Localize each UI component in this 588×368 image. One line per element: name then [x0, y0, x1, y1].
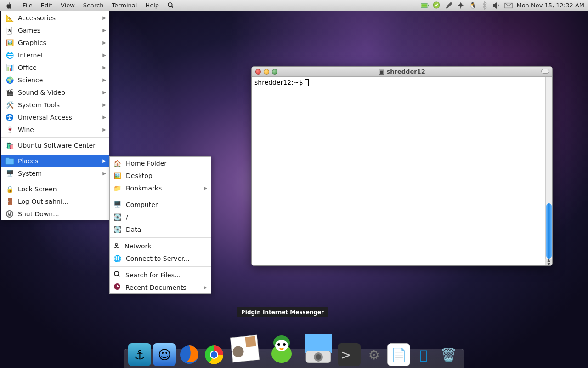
mail-icon[interactable] [504, 1, 513, 10]
pen-icon[interactable] [445, 1, 453, 10]
menu-lock-screen[interactable]: 🔒Lock Screen [1, 183, 109, 195]
dock-settings[interactable]: ⚙ [362, 343, 385, 366]
battery-icon[interactable] [421, 1, 429, 10]
recent-icon [113, 283, 121, 292]
menu-item-label: System [18, 170, 42, 177]
menu-item-label: Network [124, 242, 151, 250]
menu-item-label: Computer [126, 201, 158, 208]
dock-feather[interactable]: 𓆃 [412, 343, 435, 366]
dock-tooltip: Pidgin Internet Messenger [237, 307, 328, 317]
dock-chrome[interactable] [203, 343, 226, 366]
window-titlebar[interactable]: ▣shredder12 [252, 67, 552, 77]
places-data[interactable]: 💽Data [110, 223, 211, 236]
spotlight-icon[interactable] [163, 0, 178, 11]
home-icon: 🏠 [113, 160, 121, 167]
dock-mail[interactable] [226, 329, 264, 368]
terminal-body[interactable]: shredder12:~$ [252, 77, 545, 265]
svg-rect-20 [245, 336, 256, 347]
menu-office[interactable]: 📊Office▶ [1, 61, 109, 74]
menu-item-label: Bookmarks [126, 184, 162, 192]
scroll-thumb[interactable] [546, 203, 552, 259]
dock-pidgin[interactable] [264, 331, 299, 366]
menu-file[interactable]: File [18, 0, 37, 11]
internet-icon: 🌐 [5, 51, 14, 60]
system-tray: 🐧 Mon Nov 15, 12:32 AM [421, 1, 588, 10]
menu-internet[interactable]: 🌐Internet▶ [1, 49, 109, 61]
places-network[interactable]: 🖧Network [110, 240, 211, 252]
menu-graphics[interactable]: 🖼️Graphics▶ [1, 36, 109, 49]
menu-item-label: Internet [18, 52, 44, 59]
menu-item-label: Log Out sahni... [18, 198, 68, 205]
bluetooth-icon[interactable] [481, 1, 489, 10]
menu-places[interactable]: Places▶ [1, 155, 109, 167]
places-bookmarks[interactable]: 📁Bookmarks▶ [110, 182, 211, 194]
menu-help[interactable]: Help [141, 0, 163, 11]
menu-shutdown[interactable]: Shut Down... [1, 207, 109, 220]
terminal-prompt: shredder12:~$ [254, 79, 305, 86]
menu-item-label: Home Folder [126, 160, 167, 167]
search-icon [113, 270, 121, 279]
menu-item-label: Sound & Video [18, 89, 65, 96]
office-icon: 📊 [5, 63, 14, 72]
menu-sound-video[interactable]: 🎬Sound & Video▶ [1, 86, 109, 98]
places-desktop[interactable]: 🖼️Desktop [110, 169, 211, 182]
window-grip[interactable] [541, 69, 549, 74]
menu-view[interactable]: View [57, 0, 79, 11]
scroll-buttons[interactable]: ▲▼ [545, 259, 552, 265]
volume-icon[interactable] [492, 1, 501, 10]
menu-item-label: Office [18, 64, 37, 71]
menu-system[interactable]: 🖥️System▶ [1, 167, 109, 179]
top-menubar: File Edit View Search Terminal Help 🐧 Mo… [0, 0, 588, 11]
dock-anchor[interactable]: ⚓ [128, 343, 151, 366]
vertical-scrollbar[interactable] [545, 77, 552, 259]
menu-terminal[interactable]: Terminal [107, 0, 141, 11]
menu-science[interactable]: 🌍Science▶ [1, 74, 109, 86]
menu-system-tools[interactable]: 🛠️System Tools▶ [1, 98, 109, 111]
dock-firefox[interactable] [178, 343, 201, 366]
menu-item-label: Universal Access [18, 114, 72, 121]
menu-item-label: Science [18, 76, 43, 84]
svg-rect-27 [305, 334, 332, 353]
terminal-window[interactable]: ▣shredder12 shredder12:~$ ▲▼ [251, 66, 553, 266]
menu-item-label: Data [126, 226, 141, 233]
dock-trash[interactable]: 🗑️ [437, 343, 460, 366]
menu-games[interactable]: 🃏Games▶ [1, 24, 109, 36]
places-search[interactable]: Search for Files... [110, 269, 211, 281]
dock-terminal[interactable]: >_ [338, 343, 361, 366]
menu-software-center[interactable]: 🛍️Ubuntu Software Center [1, 139, 109, 151]
places-home[interactable]: 🏠Home Folder [110, 157, 211, 169]
places-root[interactable]: 💽/ [110, 211, 211, 223]
menu-wine[interactable]: 🍷Wine▶ [1, 123, 109, 136]
menu-item-label: Games [18, 27, 40, 34]
menu-edit[interactable]: Edit [37, 0, 57, 11]
dock: ⚓ ☺ >_ ⚙ 📄 𓆃 🗑️ [124, 331, 464, 368]
pin-icon[interactable] [457, 1, 465, 10]
svg-point-30 [316, 354, 321, 360]
clock-text[interactable]: Mon Nov 15, 12:32 AM [516, 2, 584, 9]
software-center-icon: 🛍️ [5, 141, 14, 150]
svg-rect-4 [428, 4, 429, 6]
chevron-right-icon: ▶ [102, 115, 106, 120]
places-recent[interactable]: Recent Documents▶ [110, 281, 211, 293]
menu-accessories[interactable]: 📐Accessories▶ [1, 12, 109, 24]
bookmarks-icon: 📁 [113, 184, 121, 192]
soundvideo-icon: 🎬 [5, 88, 14, 97]
apple-menu-icon[interactable] [0, 2, 18, 9]
server-icon: 🌐 [113, 255, 121, 262]
window-title: ▣shredder12 [252, 68, 552, 75]
places-connect[interactable]: 🌐Connect to Server... [110, 252, 211, 264]
drive-icon: 💽 [113, 213, 121, 221]
dock-camera[interactable] [301, 331, 336, 366]
dock-finder[interactable]: ☺ [153, 343, 176, 366]
games-icon: 🃏 [5, 26, 14, 35]
menu-universal-access[interactable]: Universal Access▶ [1, 111, 109, 123]
menu-search[interactable]: Search [79, 0, 108, 11]
chevron-right-icon: ▶ [102, 171, 106, 176]
update-icon[interactable] [433, 1, 441, 10]
science-icon: 🌍 [5, 75, 14, 85]
menu-logout[interactable]: 🚪Log Out sahni... [1, 195, 109, 207]
dock-editor[interactable]: 📄 [387, 343, 410, 366]
places-computer[interactable]: 🖥️Computer [110, 198, 211, 211]
tux-icon[interactable]: 🐧 [469, 1, 477, 10]
chevron-right-icon: ▶ [102, 65, 106, 70]
